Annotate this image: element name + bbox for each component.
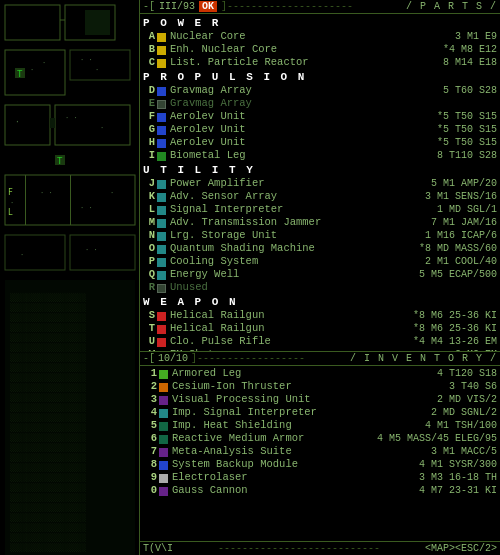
equip-stats-J: 5 M1 AMP/20 [431, 177, 497, 190]
svg-text:░░░░░░░░░░░░░░░░░░: ░░░░░░░░░░░░░░░░░░ [10, 373, 86, 382]
inv-name-7: Meta-Analysis Suite [172, 445, 427, 458]
equip-name-K: Adv. Sensor Array [170, 190, 421, 203]
equip-key-L: L [143, 203, 155, 216]
equip-stats-P: 2 M1 COOL/40 [425, 255, 497, 268]
equip-name-U: Clo. Pulse Rifle [170, 335, 409, 348]
equip-row-K[interactable]: K Adv. Sensor Array 3 M1 SENS/16 [143, 190, 497, 203]
inv-icon-1 [159, 369, 169, 379]
bottom-bar-separator: --------------------------- [218, 543, 380, 554]
equip-row-G[interactable]: G Aerolev Unit *5 T50 S15 [143, 123, 497, 136]
equip-row-H[interactable]: H Aerolev Unit *5 T50 S15 [143, 136, 497, 149]
topbar-bracket-left: -[ [143, 1, 155, 12]
equip-icon-U [157, 337, 167, 347]
inv-num-7: 7 [143, 445, 157, 458]
topbar-separator: ]--------------------- [221, 1, 353, 12]
equip-row-M[interactable]: M Adv. Transmission Jammer 7 M1 JAM/16 [143, 216, 497, 229]
divider-separator: ]------------------ [191, 353, 305, 364]
svg-text:░░░░░░░░░░░░░░░░░░: ░░░░░░░░░░░░░░░░░░ [10, 303, 86, 312]
equip-row-U[interactable]: U Clo. Pulse Rifle *4 M4 13-26 EM [143, 335, 497, 348]
inv-row-9[interactable]: 9 Electrolaser 3 M3 16-18 TH [143, 471, 497, 484]
equip-row-I[interactable]: I Biometal Leg 8 T110 S28 [143, 149, 497, 162]
section-weapon-header: W E A P O N [143, 296, 497, 308]
inv-name-8: System Backup Module [172, 458, 415, 471]
inv-name-5: Imp. Heat Shielding [172, 419, 421, 432]
equip-row-S[interactable]: S Helical Railgun *8 M6 25-36 KI [143, 309, 497, 322]
equip-row-A[interactable]: A Nuclear Core 3 M1 E9 [143, 30, 497, 43]
svg-text:L: L [8, 208, 13, 217]
inv-stats-5: 4 M1 TSH/100 [425, 419, 497, 432]
inv-row-6[interactable]: 6 Reactive Medium Armor 4 M5 MASS/45 ELE… [143, 432, 497, 445]
equip-icon-D [157, 86, 167, 96]
equip-name-N: Lrg. Storage Unit [170, 229, 421, 242]
svg-text:T: T [57, 156, 63, 166]
equip-name-O: Quantum Shading Machine [170, 242, 415, 255]
map-display: T · · · · · · · · · T · · · · · · [0, 0, 140, 555]
equip-name-H: Aerolev Unit [170, 136, 433, 149]
inv-row-8[interactable]: 8 System Backup Module 4 M1 SYSR/300 [143, 458, 497, 471]
inv-row-1[interactable]: 1 Armored Leg 4 T120 S18 [143, 367, 497, 380]
equip-row-Q[interactable]: Q Energy Well 5 M5 ECAP/500 [143, 268, 497, 281]
svg-text:·: · [100, 124, 104, 132]
section-power-header: P O W E R [143, 17, 497, 29]
svg-text:░░░░░░░░░░░░░░░░░░: ░░░░░░░░░░░░░░░░░░ [10, 523, 86, 532]
equip-row-T[interactable]: T Helical Railgun *8 M6 25-36 KI [143, 322, 497, 335]
equip-stats-C: 8 M14 E18 [443, 56, 497, 69]
equip-key-R: R [143, 281, 155, 294]
inv-row-3[interactable]: 3 Visual Processing Unit 2 MD VIS/2 [143, 393, 497, 406]
svg-rect-23 [70, 175, 71, 225]
inv-name-2: Cesium-Ion Thruster [172, 380, 445, 393]
inv-row-0[interactable]: 0 Gauss Cannon 4 M7 23-31 KI [143, 484, 497, 497]
equip-stats-L: 1 MD SGL/1 [437, 203, 497, 216]
equip-key-S: S [143, 309, 155, 322]
inv-icon-0 [159, 486, 169, 496]
equip-icon-O [157, 244, 167, 254]
svg-text:· ·: · · [80, 204, 93, 212]
equip-row-O[interactable]: O Quantum Shading Machine *8 MD MASS/60 [143, 242, 497, 255]
inv-row-2[interactable]: 2 Cesium-Ion Thruster 3 T40 S6 [143, 380, 497, 393]
inv-stats-7: 3 M1 MACC/5 [431, 445, 497, 458]
equip-icon-A [157, 32, 167, 42]
equip-row-N[interactable]: N Lrg. Storage Unit 1 M16 ICAP/6 [143, 229, 497, 242]
equip-icon-T [157, 324, 167, 334]
equip-row-E[interactable]: E Gravmag Array [143, 97, 497, 110]
equip-key-J: J [143, 177, 155, 190]
svg-text:░░░░░░░░░░░░░░░░░░: ░░░░░░░░░░░░░░░░░░ [10, 483, 86, 492]
svg-text:░░░░░░░░░░░░░░░░░░: ░░░░░░░░░░░░░░░░░░ [10, 413, 86, 422]
inv-num-1: 1 [143, 367, 157, 380]
topbar-counter: III/93 [159, 1, 195, 12]
inv-icon-9 [159, 473, 169, 483]
equip-row-D[interactable]: D Gravmag Array 5 T60 S28 [143, 84, 497, 97]
equip-icon-K [157, 192, 167, 202]
equip-row-F[interactable]: F Aerolev Unit *5 T50 S15 [143, 110, 497, 123]
equip-icon-L [157, 205, 167, 215]
svg-text:░░░░░░░░░░░░░░░░░░: ░░░░░░░░░░░░░░░░░░ [10, 493, 86, 502]
equip-row-L[interactable]: L Signal Interpreter 1 MD SGL/1 [143, 203, 497, 216]
svg-text:░░░░░░░░░░░░░░░░░░: ░░░░░░░░░░░░░░░░░░ [10, 403, 86, 412]
inv-stats-6: 4 M5 MASS/45 ELEG/95 [377, 432, 497, 445]
inv-row-4[interactable]: 4 Imp. Signal Interpreter 2 MD SGNL/2 [143, 406, 497, 419]
svg-rect-3 [85, 10, 110, 35]
inv-num-4: 4 [143, 406, 157, 419]
equip-row-C[interactable]: C List. Particle Reactor 8 M14 E18 [143, 56, 497, 69]
equip-name-Q: Energy Well [170, 268, 415, 281]
topbar-status-ok: OK [199, 1, 217, 12]
equip-row-J[interactable]: J Power Amplifier 5 M1 AMP/20 [143, 177, 497, 190]
top-bar: -[ III/93 OK ]--------------------- / P … [140, 0, 500, 14]
inv-stats-9: 3 M3 16-18 TH [419, 471, 497, 484]
equip-icon-H [157, 138, 167, 148]
svg-text:░░░░░░░░░░░░░░░░░░: ░░░░░░░░░░░░░░░░░░ [10, 473, 86, 482]
inv-stats-3: 2 MD VIS/2 [437, 393, 497, 406]
equip-stats-H: *5 T50 S15 [437, 136, 497, 149]
equip-icon-C [157, 58, 167, 68]
equip-row-R[interactable]: R Unused [143, 281, 497, 294]
inventory-count: 10/10 [158, 353, 188, 364]
equip-stats-O: *8 MD MASS/60 [419, 242, 497, 255]
inv-stats-2: 3 T40 S6 [449, 380, 497, 393]
equip-row-P[interactable]: P Cooling System 2 M1 COOL/40 [143, 255, 497, 268]
svg-text:░░░░░░░░░░░░░░░░░░: ░░░░░░░░░░░░░░░░░░ [10, 433, 86, 442]
map-panel: T · · · · · · · · · T · · · · · · [0, 0, 140, 555]
equip-row-B[interactable]: B Enh. Nuclear Core *4 M8 E12 [143, 43, 497, 56]
inv-row-5[interactable]: 5 Imp. Heat Shielding 4 M1 TSH/100 [143, 419, 497, 432]
equip-name-I: Biometal Leg [170, 149, 433, 162]
inv-row-7[interactable]: 7 Meta-Analysis Suite 3 M1 MACC/5 [143, 445, 497, 458]
